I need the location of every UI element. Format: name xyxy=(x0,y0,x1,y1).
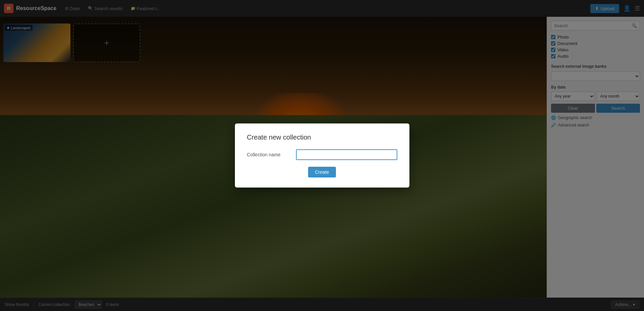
modal-title: Create new collection xyxy=(247,134,397,141)
modal-footer: Create xyxy=(247,167,397,177)
collection-name-label: Collection name xyxy=(247,152,291,157)
modal-form-row: Collection name xyxy=(247,149,397,160)
create-collection-modal: Create new collection Collection name Cr… xyxy=(235,123,409,188)
create-button[interactable]: Create xyxy=(308,167,336,177)
modal-overlay[interactable]: Create new collection Collection name Cr… xyxy=(0,0,644,311)
collection-name-input[interactable] xyxy=(296,149,397,160)
